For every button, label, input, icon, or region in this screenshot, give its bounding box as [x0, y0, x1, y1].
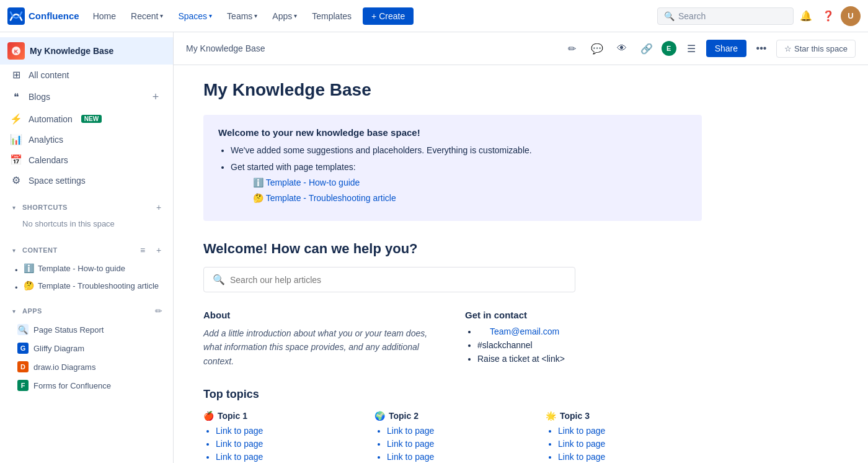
topics-grid: 🍎 Topic 1 Link to page Link to page Link…	[203, 411, 702, 463]
topic-3-link-2[interactable]: Link to page	[558, 439, 702, 449]
topic-2-icon: 🌍	[374, 411, 385, 421]
svg-rect-0	[7, 7, 25, 25]
sidebar-item-all-content[interactable]: ⊞ All content	[0, 65, 173, 85]
content-toggle[interactable]: ▾	[7, 244, 20, 256]
breadcrumb: My Knowledge Base	[186, 43, 265, 53]
topic-1-list: Link to page Link to page Link to page	[216, 426, 360, 462]
chevron-down-icon: ▾	[209, 12, 212, 19]
sidebar-space-title[interactable]: K My Knowledge Base	[0, 37, 173, 65]
topic-3-link-3[interactable]: Link to page	[558, 452, 702, 462]
how-to-icon: ℹ️	[253, 178, 266, 187]
blog-icon: ❝	[10, 91, 22, 103]
welcome-template-2[interactable]: 🤔 Template - Troubleshooting article	[253, 192, 687, 205]
help-section-title: Welcome! How can we help you?	[203, 241, 702, 257]
create-button[interactable]: + Create	[363, 7, 414, 25]
topic-1-link-2[interactable]: Link to page	[216, 439, 360, 449]
topic-3-list: Link to page Link to page Link to page	[558, 426, 702, 462]
global-search[interactable]: 🔍 Search	[657, 7, 794, 25]
topic-1-link-1[interactable]: Link to page	[216, 426, 360, 436]
star-icon: ☆	[784, 44, 792, 53]
template-how-to-link[interactable]: Template - How-to guide	[266, 178, 360, 187]
sidebar-item-analytics[interactable]: 📊 Analytics	[0, 129, 173, 150]
page-status-icon: 🔍	[17, 324, 29, 335]
topic-3-header: 🌟 Topic 3	[546, 411, 702, 421]
welcome-box: Welcome to your new knowledge base space…	[203, 115, 702, 221]
contact-column: Get in contact Team@email.com #slackchan…	[465, 310, 702, 368]
topic-1-link-3[interactable]: Link to page	[216, 452, 360, 462]
topic-2-link-1[interactable]: Link to page	[387, 426, 531, 436]
sidebar-item-automation[interactable]: ⚡ Automation NEW	[0, 109, 173, 129]
how-to-icon: ℹ️	[24, 263, 34, 273]
analytics-icon: 📊	[10, 133, 22, 145]
add-shortcut-button[interactable]: +	[152, 200, 166, 214]
page-body: My Knowledge Base Welcome to your new kn…	[174, 65, 732, 463]
gliffy-icon: G	[17, 343, 29, 354]
topic-2-link-2[interactable]: Link to page	[387, 439, 531, 449]
notifications-button[interactable]: 🔔	[796, 6, 816, 26]
add-blog-button[interactable]: +	[148, 89, 163, 104]
search-icon: 🔍	[664, 11, 675, 21]
sidebar-item-blogs[interactable]: ❝ Blogs +	[0, 85, 173, 109]
sort-content-button[interactable]: ≡	[136, 243, 149, 257]
about-contact-section: About Add a little introduction about wh…	[203, 310, 702, 368]
page-title: My Knowledge Base	[203, 80, 702, 100]
automation-icon: ⚡	[10, 113, 22, 125]
nav-templates[interactable]: Templates	[306, 7, 358, 25]
apps-toggle[interactable]: ▾	[7, 305, 20, 317]
template-troubleshooting-link[interactable]: Template - Troubleshooting article	[266, 193, 396, 203]
edit-button[interactable]: ✏	[562, 38, 582, 58]
help-button[interactable]: ❓	[818, 6, 838, 26]
chevron-down-icon: ▾	[160, 12, 163, 19]
topic-2-list: Link to page Link to page Link to page	[387, 426, 531, 462]
topic-2-column: 🌍 Topic 2 Link to page Link to page Link…	[374, 411, 531, 463]
email-link[interactable]: Team@email.com	[490, 326, 559, 336]
apps-item-forms[interactable]: F Forms for Confluence	[0, 376, 173, 395]
copy-link-button[interactable]: 🔗	[637, 38, 657, 58]
content-section-header: ▾ CONTENT ≡ +	[0, 238, 173, 259]
welcome-template-1[interactable]: ℹ️ Template - How-to guide	[253, 176, 687, 189]
sidebar-item-calendars[interactable]: 📅 Calendars	[0, 150, 173, 170]
nav-recent[interactable]: Recent ▾	[125, 7, 169, 25]
sidebar-item-space-settings[interactable]: ⚙ Space settings	[0, 170, 173, 191]
topic-3-link-1[interactable]: Link to page	[558, 426, 702, 436]
page-layout: K My Knowledge Base ⊞ All content ❝ Blog…	[0, 32, 868, 463]
logo[interactable]: Confluence	[7, 7, 79, 25]
add-content-button[interactable]: +	[152, 243, 166, 257]
apps-item-gliffy[interactable]: G Gliffy Diagram	[0, 339, 173, 357]
logo-text: Confluence	[29, 11, 79, 21]
nav-teams[interactable]: Teams ▾	[221, 7, 264, 25]
more-options-button[interactable]: •••	[751, 38, 771, 58]
help-search-input[interactable]	[230, 275, 566, 285]
nav-spaces[interactable]: Spaces ▾	[172, 7, 218, 25]
shortcuts-toggle[interactable]: ▾	[7, 201, 20, 214]
about-column: About Add a little introduction about wh…	[203, 310, 440, 368]
sidebar: K My Knowledge Base ⊞ All content ❝ Blog…	[0, 32, 174, 463]
content-item-troubleshooting[interactable]: • 🤔 Template - Troubleshooting article	[0, 277, 173, 294]
star-space-button[interactable]: ☆ Star this space	[776, 40, 856, 58]
shortcuts-section-header: ▾ SHORTCUTS +	[0, 196, 173, 217]
edit-apps-button[interactable]: ✏	[152, 304, 166, 318]
chevron-down-icon: ▾	[294, 12, 297, 19]
watch-button[interactable]: 👁	[612, 38, 632, 58]
list-view-button[interactable]: ☰	[681, 38, 701, 58]
contact-title: Get in contact	[465, 310, 702, 320]
bullet-icon: •	[15, 283, 20, 288]
content-item-how-to[interactable]: • ℹ️ Template - How-to guide	[0, 259, 173, 277]
user-avatar[interactable]: U	[841, 6, 861, 26]
apps-item-page-status[interactable]: 🔍 Page Status Report	[0, 320, 173, 339]
comment-button[interactable]: 💬	[587, 38, 607, 58]
search-icon: 🔍	[213, 274, 225, 285]
share-button[interactable]: Share	[706, 40, 746, 57]
nav-apps[interactable]: Apps ▾	[266, 7, 303, 25]
topic-2-link-3[interactable]: Link to page	[387, 452, 531, 462]
apps-item-drawio[interactable]: D draw.io Diagrams	[0, 357, 173, 376]
help-search-box[interactable]: 🔍	[203, 267, 575, 292]
page-watcher-avatar: E	[662, 41, 676, 56]
topics-title: Top topics	[203, 388, 702, 401]
top-navigation: Confluence Home Recent ▾ Spaces ▾ Teams …	[0, 0, 868, 32]
welcome-bullet-2: Get started with page templates: ℹ️ Temp…	[231, 161, 687, 205]
nav-home[interactable]: Home	[87, 7, 122, 25]
page-header-bar: My Knowledge Base ✏ 💬 👁 🔗 E ☰ Share ••• …	[174, 32, 868, 65]
contact-item-email: Team@email.com	[477, 326, 702, 336]
svg-text:K: K	[14, 48, 19, 55]
